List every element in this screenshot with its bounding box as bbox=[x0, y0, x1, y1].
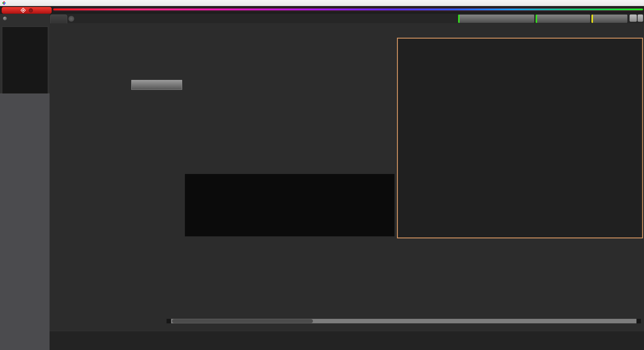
meter-select[interactable] bbox=[458, 14, 535, 23]
calman-menu-button[interactable] bbox=[2, 7, 52, 14]
display-control-select-label bbox=[593, 19, 622, 19]
maximize-icon[interactable] bbox=[628, 0, 635, 6]
app-header bbox=[0, 6, 644, 14]
display-control-select[interactable] bbox=[591, 14, 628, 23]
tab-band bbox=[0, 14, 644, 23]
workflow-tree bbox=[2, 27, 48, 94]
calman-diamond-icon bbox=[21, 8, 26, 13]
delta-l-chart bbox=[185, 40, 251, 173]
scroll-right-icon[interactable] bbox=[636, 319, 641, 323]
title-bar bbox=[0, 0, 644, 6]
collapse-panel-icon[interactable] bbox=[637, 14, 643, 22]
meter-select-label bbox=[460, 19, 529, 19]
pattern-generator-select-label bbox=[537, 19, 585, 19]
delta-h-chart bbox=[327, 40, 392, 173]
table-scrollbar-thumb[interactable] bbox=[172, 319, 313, 323]
tab-history-1[interactable] bbox=[50, 15, 67, 23]
cie-1976-panel bbox=[397, 38, 643, 238]
minimize-icon[interactable] bbox=[619, 0, 627, 6]
delta-c-chart bbox=[256, 40, 322, 173]
sidebar-lower-panel bbox=[0, 94, 50, 350]
add-tab-icon[interactable] bbox=[68, 16, 74, 22]
de-formula-select[interactable] bbox=[131, 80, 182, 90]
calman-app-window bbox=[0, 0, 644, 350]
scroll-left-icon[interactable] bbox=[167, 319, 171, 323]
cie-1976-chart bbox=[398, 38, 642, 238]
sidebar bbox=[0, 14, 50, 350]
close-icon[interactable] bbox=[636, 0, 644, 6]
page-description bbox=[63, 57, 172, 65]
deltae2000-chart bbox=[53, 95, 180, 233]
pin-icon[interactable] bbox=[3, 17, 7, 20]
logo-dropdown-icon[interactable] bbox=[29, 8, 33, 13]
pattern-toolbar bbox=[50, 331, 644, 350]
settings-gear-icon[interactable] bbox=[629, 14, 637, 22]
table-scrollbar[interactable] bbox=[167, 319, 641, 323]
actual-target-swatch-strip bbox=[185, 174, 394, 236]
spectrum-gradient-line bbox=[53, 9, 643, 10]
measurement-table bbox=[166, 241, 644, 318]
app-icon bbox=[2, 1, 6, 5]
pattern-generator-select[interactable] bbox=[535, 14, 590, 23]
